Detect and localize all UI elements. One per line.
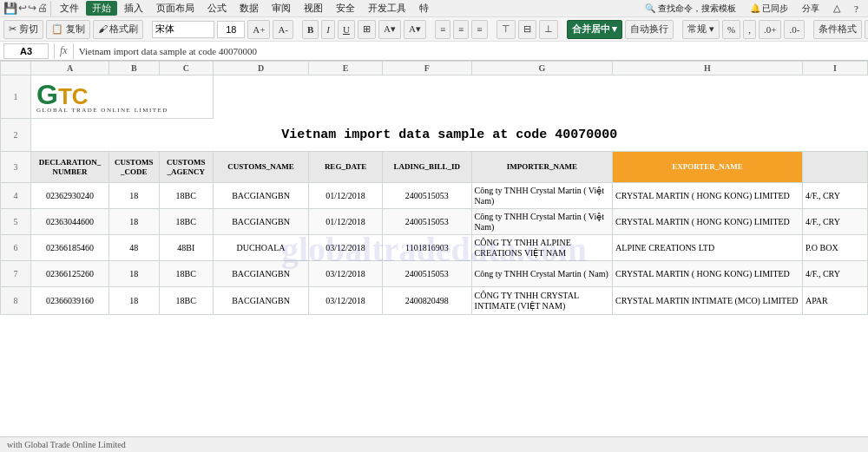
cell-8-code[interactable]: 18: [109, 287, 160, 315]
cell-6-importer[interactable]: CÔNG TY TNHH ALPINE CREATIONS VIỆT NAM: [471, 235, 613, 261]
qa-redo-icon[interactable]: ↪: [28, 2, 36, 15]
cell-4-exporter[interactable]: CRYSTAL MARTIN ( HONG KONG) LIMITED: [613, 183, 803, 209]
cell-4-date[interactable]: 01/12/2018: [309, 183, 383, 209]
format-painter-btn[interactable]: 🖌 格式刷: [93, 20, 144, 39]
cell-5-date[interactable]: 01/12/2018: [309, 209, 383, 235]
border-btn[interactable]: ⊞: [358, 20, 376, 39]
font-shrink-btn[interactable]: A-: [273, 20, 293, 39]
col-header-C[interactable]: C: [159, 62, 214, 75]
menu-view[interactable]: 视图: [298, 1, 329, 16]
cut-btn[interactable]: ✂ 剪切: [3, 20, 43, 39]
cell-6-code[interactable]: 48: [109, 235, 160, 261]
menu-formula[interactable]: 公式: [201, 1, 233, 16]
conditional-format-btn[interactable]: 条件格式: [813, 20, 862, 39]
menu-review[interactable]: 审阅: [266, 1, 297, 16]
cell-5-exporter[interactable]: CRYSTAL MARTIN ( HONG KONG) LIMITED: [613, 209, 803, 235]
font-grow-btn[interactable]: A+: [247, 20, 270, 39]
cell-5-code[interactable]: 18: [109, 209, 160, 235]
menu-home[interactable]: 开始: [86, 1, 117, 16]
share-btn[interactable]: 分享: [796, 2, 825, 16]
cell-7-date[interactable]: 03/12/2018: [309, 261, 383, 287]
col-header-D[interactable]: D: [214, 62, 309, 75]
menu-dev-tools[interactable]: 开发工具: [362, 1, 412, 16]
cell-4-lading[interactable]: 2400515053: [383, 183, 472, 209]
cell-8-importer[interactable]: CÔNG TY TNHH CRYSTAL INTIMATE (VIỆT NAM): [471, 287, 613, 315]
cell-4-decl[interactable]: 02362930240: [31, 183, 109, 209]
col-header-A[interactable]: A: [31, 62, 109, 75]
cell-8-date[interactable]: 03/12/2018: [309, 287, 383, 315]
cell-7-exporter[interactable]: CRYSTAL MARTIN ( HONG KONG) LIMITED: [613, 261, 803, 287]
cell-8-decl[interactable]: 02366039160: [31, 287, 109, 315]
col-header-I[interactable]: I: [802, 62, 867, 75]
decimal-dec-btn[interactable]: .0-: [784, 20, 805, 39]
cell-4-name[interactable]: BACGIANGBN: [214, 183, 309, 209]
copy-btn[interactable]: 📋 复制: [46, 20, 90, 39]
qa-undo-icon[interactable]: ↩: [18, 2, 27, 15]
cell-4-agency[interactable]: 18BC: [159, 183, 214, 209]
align-bottom-btn[interactable]: ⊥: [539, 20, 558, 39]
align-middle-btn[interactable]: ⊟: [518, 20, 536, 39]
cell-7-code[interactable]: 18: [109, 261, 160, 287]
font-color-btn[interactable]: A▾: [404, 20, 426, 39]
cell-6-exporter[interactable]: ALPINE CREATIONS LTD: [613, 235, 803, 261]
italic-btn[interactable]: I: [321, 20, 335, 39]
cell-6-lading[interactable]: 1101816903: [383, 235, 472, 261]
cell-address-input[interactable]: [3, 43, 49, 59]
font-size-input[interactable]: [217, 21, 245, 38]
cell-6-decl[interactable]: 02366185460: [31, 235, 109, 261]
cell-7-lading[interactable]: 2400515053: [383, 261, 472, 287]
menu-file[interactable]: 文件: [54, 1, 85, 16]
cell-7-decl[interactable]: 02366125260: [31, 261, 109, 287]
cell-6-name[interactable]: DUCHOALA: [214, 235, 309, 261]
cell-7-name[interactable]: BACGIANGBN: [214, 261, 309, 287]
col-header-H[interactable]: H: [613, 62, 803, 75]
cell-5-name[interactable]: BACGIANGBN: [214, 209, 309, 235]
col-header-F[interactable]: F: [383, 62, 472, 75]
cell-5-decl[interactable]: 02363044600: [31, 209, 109, 235]
cell-8-exporter[interactable]: CRYSTAL MARTIN INTIMATE (MCO) LIMITED: [613, 287, 803, 315]
wrap-text-btn[interactable]: 自动换行: [625, 20, 674, 39]
menu-special[interactable]: 特: [413, 1, 435, 16]
cell-5-lading[interactable]: 2400515053: [383, 209, 472, 235]
cell-6-date[interactable]: 03/12/2018: [309, 235, 383, 261]
decimal-inc-btn[interactable]: .0+: [759, 20, 781, 39]
align-right-btn[interactable]: ≡: [471, 20, 487, 39]
menu-data[interactable]: 数据: [233, 1, 265, 16]
align-top-btn[interactable]: ⊤: [496, 20, 516, 39]
underline-btn[interactable]: U: [338, 20, 355, 39]
menu-security[interactable]: 安全: [330, 1, 361, 16]
number-format-select[interactable]: 常规 ▾: [682, 20, 720, 39]
col-header-E[interactable]: E: [309, 62, 383, 75]
col-header-G[interactable]: G: [471, 62, 613, 75]
cell-8-lading[interactable]: 2400820498: [383, 287, 472, 315]
qa-print-icon[interactable]: 🖨: [37, 2, 48, 15]
cell-6-agency[interactable]: 48BI: [159, 235, 214, 261]
cell-8-extra[interactable]: APAR: [802, 287, 867, 315]
col-header-B[interactable]: B: [109, 62, 160, 75]
cell-5-importer[interactable]: Công ty TNHH Crystal Martin ( Việt Nam): [471, 209, 613, 235]
cell-7-agency[interactable]: 18BC: [159, 261, 214, 287]
help-icon[interactable]: ?: [848, 3, 865, 15]
cell-5-extra[interactable]: 4/F., CRY: [802, 209, 867, 235]
menu-insert[interactable]: 插入: [118, 1, 149, 16]
merge-center-btn[interactable]: 合并居中 ▾: [567, 20, 623, 39]
table-style-btn[interactable]: 表格样式: [865, 20, 868, 39]
comma-btn[interactable]: ,: [743, 20, 756, 39]
search-command[interactable]: 🔍 查找命令，搜索模板: [639, 2, 742, 16]
percent-btn[interactable]: %: [722, 20, 740, 39]
bold-btn[interactable]: B: [302, 20, 319, 39]
cell-5-agency[interactable]: 18BC: [159, 209, 214, 235]
align-center-btn[interactable]: ≡: [453, 20, 469, 39]
cell-4-code[interactable]: 18: [109, 183, 160, 209]
fill-color-btn[interactable]: A▾: [378, 20, 401, 39]
align-left-btn[interactable]: ≡: [435, 20, 450, 39]
cell-6-extra[interactable]: P.O BOX: [802, 235, 867, 261]
qa-save-icon[interactable]: 💾: [3, 2, 17, 16]
cell-4-importer[interactable]: Công ty TNHH Crystal Martin ( Việt Nam): [471, 183, 613, 209]
cell-7-extra[interactable]: 4/F., CRY: [802, 261, 867, 287]
cell-8-agency[interactable]: 18BC: [159, 287, 214, 315]
font-name-input[interactable]: 1: [152, 21, 214, 38]
cell-8-name[interactable]: BACGIANGBN: [214, 287, 309, 315]
cell-4-extra[interactable]: 4/F., CRY: [802, 183, 867, 209]
cell-7-importer[interactable]: Công ty TNHH Crystal Martin ( Nam): [471, 261, 613, 287]
